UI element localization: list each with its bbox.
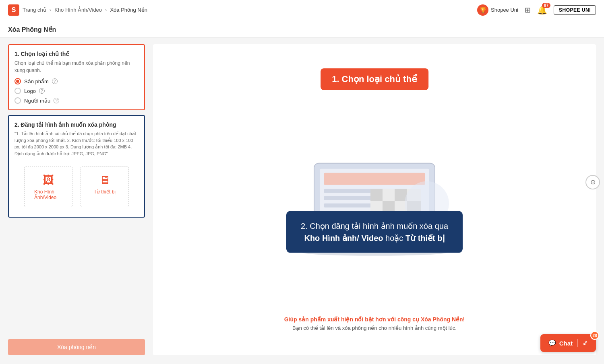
breadcrumb-current: Xóa Phông Nền bbox=[110, 7, 147, 13]
tooltip-orange: 1. Chọn loại chủ thể bbox=[321, 68, 428, 90]
device-icon: 🖥 bbox=[99, 173, 110, 187]
page-title: Xóa Phông Nền bbox=[0, 20, 604, 38]
kho-btn-label: Kho Hình Ảnh/Video bbox=[34, 189, 62, 200]
upload-note: "1. Tải lên hình ảnh có chủ thể đã chọn … bbox=[14, 130, 139, 157]
kho-icon: 🖼 bbox=[43, 173, 54, 187]
bottom-promo: Giúp sản phẩm xuất hiện nổi bật hơn với … bbox=[284, 316, 465, 331]
radio-logo[interactable]: Logo ? bbox=[14, 88, 139, 94]
left-panel: 1. Chọn loại chủ thể Chọn loại chủ thể m… bbox=[8, 44, 145, 355]
bottom-btn-wrapper: Xóa phông nền bbox=[8, 331, 145, 355]
radio-label-logo: Logo bbox=[24, 88, 36, 94]
header-left: S Trang chủ › Kho Hình Ảnh/Video › Xóa P… bbox=[8, 4, 147, 16]
radio-group: Sản phẩm ? Logo ? Người mẫu ? bbox=[14, 78, 139, 104]
radio-circle-nguoi-mau bbox=[14, 97, 21, 104]
tooltip-dark-text: 2. Chọn đăng tải hình ảnh muốn xóa qua K… bbox=[301, 222, 448, 243]
shopee-uni-label: Shopee Uni bbox=[491, 7, 518, 13]
chat-label: Chat bbox=[559, 340, 573, 347]
settings-float-icon[interactable]: ⊙ bbox=[585, 175, 600, 189]
chat-divider bbox=[577, 339, 578, 347]
help-icon-san-pham[interactable]: ? bbox=[52, 78, 58, 84]
section1-title: 1. Chọn loại chủ thể bbox=[14, 51, 139, 57]
header: S Trang chủ › Kho Hình Ảnh/Video › Xóa P… bbox=[0, 0, 604, 20]
shopee-logo: S bbox=[8, 4, 19, 16]
grid-icon[interactable]: ⊞ bbox=[525, 6, 531, 14]
svg-rect-9 bbox=[395, 189, 407, 201]
uni-icon: 🏆 bbox=[477, 4, 488, 16]
chat-button[interactable]: 28 💬 Chat ⤢ bbox=[540, 334, 596, 352]
breadcrumb-sep1: › bbox=[50, 7, 51, 13]
radio-nguoi-mau[interactable]: Người mẫu ? bbox=[14, 97, 139, 104]
svg-rect-2 bbox=[324, 173, 425, 185]
svg-rect-8 bbox=[383, 189, 395, 201]
promo-sub: Bạn có thể tải lên và xóa phông nền cho … bbox=[284, 325, 465, 331]
bell-wrapper[interactable]: 🔔 87 bbox=[537, 5, 547, 15]
chat-badge: 28 bbox=[590, 331, 599, 340]
svg-rect-7 bbox=[370, 189, 383, 201]
radio-dot-san-pham bbox=[16, 80, 19, 83]
user-button[interactable]: SHOPEE UNI bbox=[554, 5, 596, 15]
upload-buttons: 🖼 Kho Hình Ảnh/Video 🖥 Từ thiết bị bbox=[14, 162, 139, 211]
radio-san-pham[interactable]: Sản phẩm ? bbox=[14, 78, 139, 84]
right-panel: 1. Chọn loại chủ thể bbox=[153, 44, 596, 355]
radio-label-nguoi-mau: Người mẫu bbox=[24, 98, 50, 104]
help-icon-nguoi-mau[interactable]: ? bbox=[54, 98, 59, 103]
breadcrumb-home[interactable]: Trang chủ bbox=[23, 7, 46, 13]
tooltip-dark: 2. Chọn đăng tải hình ảnh muốn xóa qua K… bbox=[286, 211, 463, 253]
section1-desc: Chọn loại chủ thể mà bạn muốn xóa phần p… bbox=[14, 60, 139, 74]
thietbi-btn-label: Từ thiết bị bbox=[94, 189, 116, 195]
main-content: 1. Chọn loại chủ thể Chọn loại chủ thể m… bbox=[0, 38, 604, 362]
upload-btn-kho[interactable]: 🖼 Kho Hình Ảnh/Video bbox=[24, 167, 72, 207]
section2-title: 2. Đăng tải hình ảnh muốn xóa phông bbox=[14, 121, 139, 128]
breadcrumb-level1[interactable]: Kho Hình Ảnh/Video bbox=[54, 7, 102, 13]
radio-label-san-pham: Sản phẩm bbox=[24, 78, 49, 84]
radio-circle-logo bbox=[14, 88, 21, 94]
breadcrumb-sep2: › bbox=[105, 7, 107, 13]
help-icon-logo[interactable]: ? bbox=[39, 88, 45, 94]
radio-circle-san-pham bbox=[14, 78, 21, 84]
shopee-uni[interactable]: 🏆 Shopee Uni bbox=[477, 4, 518, 16]
upload-btn-thietbi[interactable]: 🖥 Từ thiết bị bbox=[81, 167, 129, 207]
bell-badge: 87 bbox=[542, 3, 550, 8]
chat-icon: 💬 bbox=[548, 339, 556, 347]
section1-box: 1. Chọn loại chủ thể Chọn loại chủ thể m… bbox=[8, 44, 145, 110]
header-right: 🏆 Shopee Uni ⊞ 🔔 87 SHOPEE UNI bbox=[477, 4, 596, 16]
chat-expand-icon: ⤢ bbox=[583, 339, 588, 347]
promo-main: Giúp sản phẩm xuất hiện nổi bật hơn với … bbox=[284, 316, 465, 323]
section2-box: 2. Đăng tải hình ảnh muốn xóa phông "1. … bbox=[8, 115, 145, 218]
xoa-phong-nen-button[interactable]: Xóa phông nền bbox=[8, 339, 145, 355]
